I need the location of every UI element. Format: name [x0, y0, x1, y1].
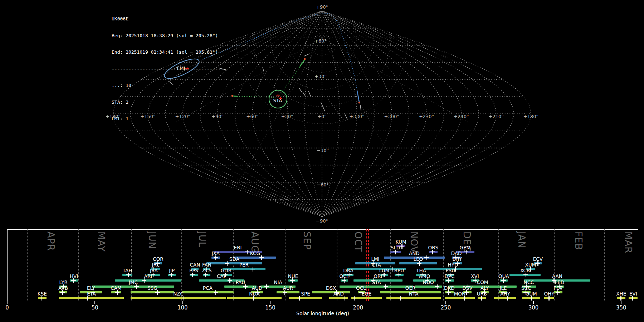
- axis-tick-label-100: 100: [177, 304, 188, 311]
- axis-tick-label-50: 50: [92, 304, 98, 311]
- axis-tick-label-300: 300: [528, 304, 539, 311]
- axis-tick-0: [7, 301, 8, 304]
- meteor-session-plot: LMISTA+180°+150°+120°+90°+60°+30°+0°+330…: [0, 0, 644, 322]
- axis-tick-label-200: 200: [353, 304, 363, 311]
- axis-tick-label-150: 150: [265, 304, 275, 311]
- axis-tick-label-250: 250: [441, 304, 451, 311]
- axis-tick-200: [358, 301, 358, 304]
- axis-tick-150: [270, 301, 271, 304]
- axis-tick-250: [445, 301, 446, 304]
- axis-tick-label-350: 350: [616, 304, 626, 311]
- axis-tick-100: [182, 301, 183, 304]
- axis-tick-label-0: 0: [5, 304, 9, 311]
- axis-tick-300: [533, 301, 534, 304]
- axis-tick-50: [94, 301, 95, 304]
- x-axis-title: Solar longitude (deg): [296, 311, 349, 316]
- x-axis: 050100150200250300350: [0, 0, 644, 322]
- axis-tick-350: [621, 301, 621, 304]
- activity-timeline: APRMAYJUNJULAUGSEPOCTNOVDECJANFEBMARKUME…: [0, 0, 644, 322]
